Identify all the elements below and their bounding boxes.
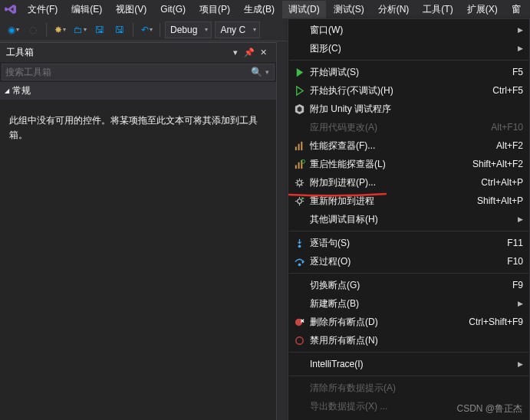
menu-item[interactable]: 窗口(W)▶ — [288, 21, 529, 39]
menu-project[interactable]: 项目(P) — [193, 1, 236, 18]
menu-item[interactable]: 开始调试(S)F5 — [288, 63, 529, 81]
bp-disable-icon — [291, 335, 307, 346]
open-icon[interactable]: 🗀▾ — [71, 21, 88, 38]
menu-item-label: IntelliTrace(I) — [310, 359, 513, 369]
menu-item[interactable]: 重启性能探查器(L)Shift+Alt+F2 — [288, 155, 529, 173]
menu-test[interactable]: 测试(S) — [328, 1, 370, 18]
platform-dropdown[interactable]: Any C — [215, 21, 260, 38]
toolbox-header: 工具箱 ▾ 📌 ✕ — [0, 42, 276, 62]
menu-item-shortcut: F11 — [507, 238, 523, 248]
gear-icon — [291, 177, 307, 189]
menu-separator — [289, 352, 528, 353]
menu-extensions[interactable]: 扩展(X) — [461, 1, 504, 18]
menu-item-shortcut: F10 — [507, 256, 523, 267]
menu-item: 清除所有数据提示(A) — [288, 379, 529, 397]
menu-separator — [289, 273, 528, 274]
menu-item-label: 应用代码更改(A) — [310, 121, 482, 134]
bp-delete-icon — [291, 317, 307, 328]
save-icon[interactable]: 🖫 — [91, 21, 108, 38]
toolbox-search[interactable]: 🔍 ▾ — [2, 64, 275, 80]
step-over-icon — [291, 256, 307, 267]
nav-back-button[interactable]: ◉▾ — [5, 21, 21, 38]
menu-item-label: 图形(C) — [310, 42, 513, 55]
toolbar-separator — [160, 23, 160, 37]
menu-view[interactable]: 视图(V) — [110, 1, 153, 18]
submenu-arrow-icon: ▶ — [518, 215, 523, 223]
menu-git[interactable]: Git(G) — [154, 2, 192, 17]
menu-tools[interactable]: 工具(T) — [416, 1, 459, 18]
menu-item[interactable]: 开始执行(不调试)(H)Ctrl+F5 — [288, 81, 529, 100]
submenu-arrow-icon: ▶ — [518, 300, 523, 307]
debug-dropdown-menu: 窗口(W)▶图形(C)▶开始调试(S)F5开始执行(不调试)(H)Ctrl+F5… — [288, 18, 530, 420]
toolbar-separator — [133, 23, 133, 37]
menu-item[interactable]: 逐语句(S)F11 — [288, 234, 529, 252]
menu-item[interactable]: 附加到进程(P)...Ctrl+Alt+P — [288, 173, 529, 192]
group-label: 常规 — [12, 84, 31, 97]
gear-reattach-icon — [291, 195, 307, 207]
menu-item-label: 禁用所有断点(N) — [310, 334, 523, 347]
menu-item-label: 切换断点(G) — [310, 279, 503, 292]
menu-item[interactable]: IntelliTrace(I)▶ — [288, 355, 529, 373]
watermark: CSDN @鲁正杰 — [456, 402, 522, 415]
perf-restart-icon — [291, 159, 307, 170]
menu-debug[interactable]: 调试(D) — [282, 1, 326, 18]
menu-item-label: 逐过程(O) — [310, 255, 498, 268]
menu-item[interactable]: 删除所有断点(D)Ctrl+Shift+F9 — [288, 313, 529, 331]
menu-edit[interactable]: 编辑(E) — [65, 1, 108, 18]
menu-item[interactable]: 导入数据提示(I)... — [288, 415, 529, 420]
pin-icon[interactable]: 📌 — [242, 48, 256, 57]
toolbox-title: 工具箱 — [6, 46, 34, 59]
menu-item-shortcut: Alt+F10 — [491, 122, 523, 133]
menu-item[interactable]: 新建断点(B)▶ — [288, 294, 529, 313]
menu-item[interactable]: 其他调试目标(H)▶ — [288, 210, 529, 228]
menu-item[interactable]: 禁用所有断点(N) — [288, 331, 529, 349]
config-dropdown[interactable]: Debug — [165, 21, 212, 38]
unity-icon — [291, 103, 307, 115]
search-icon[interactable]: 🔍 — [251, 67, 262, 77]
menu-item-label: 开始执行(不调试)(H) — [310, 84, 483, 97]
toolbox-empty-text: 此组中没有可用的控件。将某项拖至此文本可将其添加到工具箱。 — [0, 100, 276, 156]
menu-separator — [289, 376, 528, 376]
menu-item-label: 其他调试目标(H) — [310, 213, 513, 226]
menu-item-shortcut: Ctrl+Alt+P — [481, 177, 523, 188]
step-into-icon — [291, 238, 307, 249]
menu-item[interactable]: 性能探查器(F)...Alt+F2 — [288, 136, 529, 155]
clear-search-icon[interactable]: ▾ — [265, 68, 269, 76]
menu-item[interactable]: 切换断点(G)F9 — [288, 276, 529, 294]
close-icon[interactable]: ✕ — [256, 48, 270, 57]
menu-item[interactable]: 重新附加到进程Shift+Alt+P — [288, 192, 529, 210]
menu-analyze[interactable]: 分析(N) — [372, 1, 416, 18]
menu-item[interactable]: 逐过程(O)F10 — [288, 252, 529, 271]
menu-item[interactable]: 图形(C)▶ — [288, 39, 529, 57]
toolbox-panel: 工具箱 ▾ 📌 ✕ 🔍 ▾ ◢ 常规 此组中没有可用的控件。将某项拖至此文本可将… — [0, 42, 277, 420]
menu-item: 应用代码更改(A)Alt+F10 — [288, 118, 529, 136]
dropdown-icon[interactable]: ▾ — [229, 48, 242, 57]
menu-item-label: 窗口(W) — [310, 24, 513, 37]
save-all-icon[interactable]: 🖫 — [111, 21, 128, 38]
menu-item-shortcut: Shift+Alt+P — [477, 195, 523, 206]
new-project-icon[interactable]: ✸▾ — [51, 21, 68, 38]
search-input[interactable] — [5, 67, 249, 77]
submenu-arrow-icon: ▶ — [518, 44, 523, 52]
menu-separator — [289, 231, 528, 231]
menu-item-label: 重启性能探查器(L) — [310, 158, 463, 171]
menu-item-shortcut: Ctrl+Shift+F9 — [469, 317, 523, 327]
play-green-icon — [291, 67, 307, 78]
menu-item-label: 清除所有数据提示(A) — [310, 382, 523, 395]
vs-logo-icon — [3, 3, 18, 15]
collapse-icon: ◢ — [5, 87, 9, 94]
menu-item[interactable]: 附加 Unity 调试程序 — [288, 100, 529, 118]
undo-icon[interactable]: ↶▾ — [138, 21, 155, 38]
menu-file[interactable]: 文件(F) — [21, 1, 64, 18]
nav-forward-button[interactable]: ◌ — [25, 21, 41, 38]
menu-item-label: 新建断点(B) — [310, 297, 513, 310]
toolbox-group-header[interactable]: ◢ 常规 — [0, 82, 276, 100]
submenu-arrow-icon: ▶ — [518, 360, 523, 368]
menu-item-label: 附加 Unity 调试程序 — [310, 103, 523, 116]
toolbar-separator — [46, 23, 47, 37]
play-hollow-icon — [291, 85, 307, 97]
menu-separator — [289, 60, 528, 61]
menu-build[interactable]: 生成(B) — [238, 1, 281, 18]
menu-window[interactable]: 窗 — [505, 1, 527, 18]
menu-item-shortcut: Alt+F2 — [496, 140, 523, 151]
